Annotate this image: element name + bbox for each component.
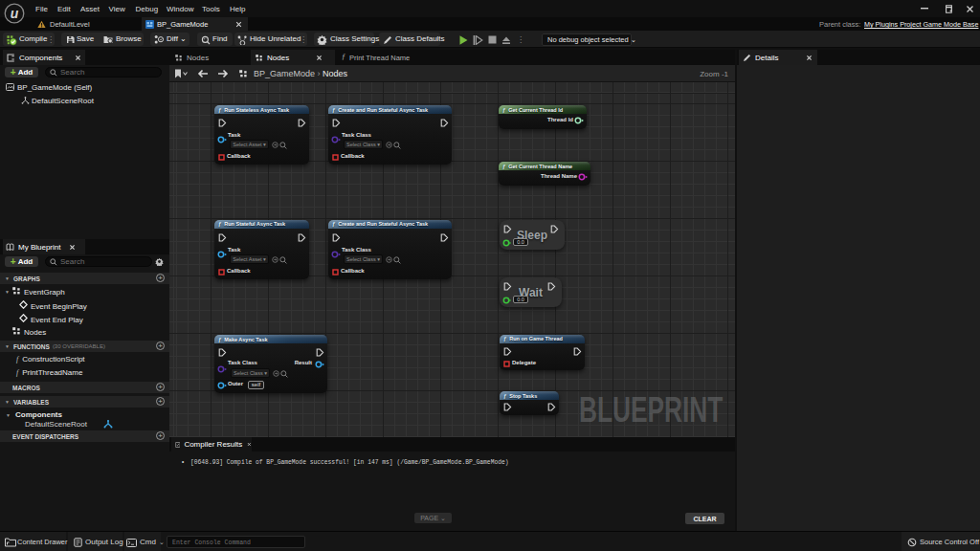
svg-text:u: u <box>11 6 19 21</box>
